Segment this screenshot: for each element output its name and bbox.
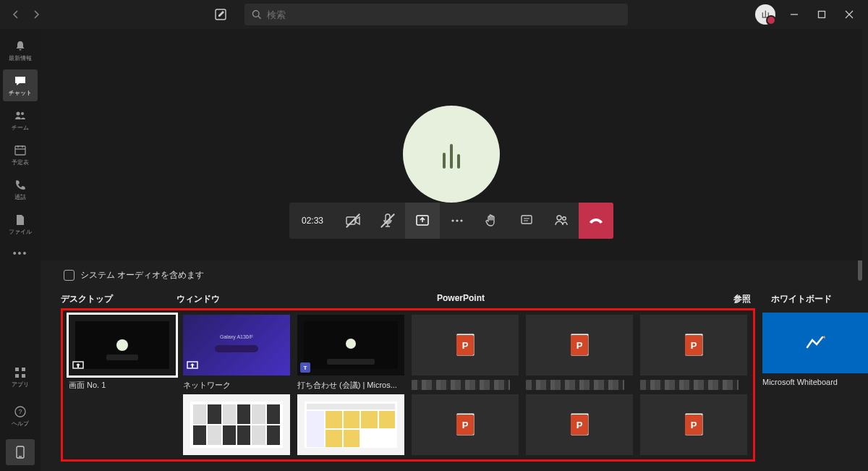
sidebar-label: 最新情報 (9, 54, 32, 62)
sidebar-more[interactable]: ••• (13, 247, 28, 259)
sidebar-item-activity[interactable]: 最新情報 (3, 35, 38, 67)
sidebar-label: チーム (12, 124, 29, 132)
hangup-button[interactable] (579, 203, 613, 239)
thumb-label: Microsoft Whiteboard (762, 378, 868, 388)
audio-checkbox-label: システム オーディオを含めます (80, 269, 204, 281)
svg-rect-16 (22, 374, 25, 378)
participants-button[interactable] (544, 203, 579, 239)
sidebar-device[interactable] (6, 439, 35, 465)
sidebar-label: ファイル (9, 228, 32, 236)
sidebar-label: チャット (9, 89, 32, 97)
more-actions-button[interactable] (440, 203, 475, 239)
app-icon (186, 360, 199, 373)
mic-toggle[interactable] (370, 203, 405, 239)
sidebar-item-files[interactable]: ファイル (3, 208, 38, 240)
hand-icon (485, 213, 498, 228)
sidebar-item-teams[interactable]: チーム (3, 104, 38, 136)
search-input[interactable] (267, 9, 621, 20)
sidebar-label: アプリ (12, 381, 29, 389)
hangup-icon (588, 216, 604, 225)
share-thumb-ppt-3[interactable] (640, 315, 747, 390)
chat-icon (520, 214, 533, 227)
svg-point-8 (21, 112, 24, 115)
participant-avatar (403, 106, 500, 203)
share-thumb-explorer-1[interactable] (183, 394, 290, 455)
call-timer: 02:33 (289, 203, 336, 239)
svg-rect-13 (15, 368, 19, 371)
help-icon: ? (14, 405, 27, 418)
sidebar-item-calls[interactable]: 通話 (3, 174, 38, 205)
search-icon (252, 9, 261, 20)
include-system-audio[interactable]: システム オーディオを含めます (64, 269, 842, 281)
cat-browse[interactable]: 参照 (712, 293, 751, 305)
sidebar-label: ヘルプ (12, 420, 29, 428)
camera-toggle[interactable] (336, 203, 370, 239)
share-icon (415, 214, 430, 227)
share-thumb-screen1[interactable]: 画面 No. 1 (69, 315, 176, 390)
sidebar-item-help[interactable]: ? ヘルプ (3, 400, 38, 432)
apps-icon (14, 366, 27, 379)
chat-icon (14, 75, 27, 88)
camera-off-icon (346, 215, 360, 226)
cat-powerpoint: PowerPoint (437, 293, 712, 305)
minimize-button[interactable] (787, 7, 801, 22)
close-button[interactable] (842, 7, 856, 22)
powerpoint-icon (571, 335, 588, 355)
user-avatar[interactable]: 山 (755, 4, 775, 25)
svg-line-2 (258, 16, 260, 18)
share-thumb-ppt-6[interactable] (640, 394, 747, 455)
checkbox-icon (64, 270, 75, 281)
share-thumb-ppt-1[interactable] (412, 315, 519, 390)
teams-icon (14, 109, 27, 122)
share-thumb-whiteboard[interactable]: Microsoft Whiteboard (762, 313, 868, 388)
svg-point-31 (563, 217, 566, 221)
thumb-label (640, 380, 739, 390)
compose-button[interactable] (210, 4, 231, 25)
calendar-icon (14, 144, 27, 157)
bell-icon (14, 40, 27, 53)
sidebar-label: 予定表 (12, 158, 29, 166)
thumb-label (526, 380, 624, 390)
sidebar-item-calendar[interactable]: 予定表 (3, 139, 38, 171)
whiteboard-icon (805, 334, 827, 352)
file-icon (14, 213, 27, 226)
audio-equalizer-icon (443, 140, 460, 169)
svg-point-30 (557, 216, 561, 220)
svg-rect-4 (819, 12, 825, 18)
monitor-icon (72, 360, 85, 373)
share-screen-button[interactable] (405, 203, 440, 239)
sidebar-item-apps[interactable]: アプリ (3, 361, 38, 393)
svg-rect-27 (522, 216, 532, 224)
svg-rect-21 (346, 217, 355, 224)
svg-point-26 (460, 219, 462, 221)
share-thumb-ppt-4[interactable] (412, 394, 519, 455)
teams-app-icon: T (300, 362, 310, 373)
share-thumb-network[interactable]: Galaxy A130/F ネットワーク (183, 315, 290, 390)
nav-back[interactable] (9, 7, 23, 22)
thumb-label: 画面 No. 1 (69, 380, 176, 390)
powerpoint-icon (456, 415, 474, 435)
svg-rect-22 (386, 214, 390, 222)
search-box[interactable] (244, 4, 628, 25)
chat-panel-button[interactable] (509, 203, 544, 239)
share-thumb-ppt-5[interactable] (526, 394, 633, 455)
share-thumb-ppt-2[interactable] (526, 315, 633, 390)
nav-forward[interactable] (29, 7, 43, 22)
sidebar-label: 通話 (14, 193, 26, 201)
call-toolbar: 02:33 (289, 203, 613, 239)
svg-rect-15 (15, 374, 19, 378)
sidebar-item-chat[interactable]: チャット (3, 69, 38, 101)
thumb-label (412, 380, 510, 390)
svg-rect-9 (15, 146, 25, 155)
svg-rect-14 (22, 368, 25, 371)
ellipsis-icon (451, 218, 464, 223)
thumb-label: 打ち合わせ (会議) | Micros... (297, 380, 404, 390)
svg-text:?: ? (18, 408, 22, 415)
thumb-label: ネットワーク (183, 380, 290, 390)
share-thumb-meeting[interactable]: T 打ち合わせ (会議) | Micros... (297, 315, 404, 390)
people-icon (554, 214, 569, 227)
share-thumb-explorer-2[interactable] (297, 394, 404, 455)
maximize-button[interactable] (814, 7, 829, 22)
phone-icon (14, 179, 27, 192)
raise-hand-button[interactable] (475, 203, 509, 239)
